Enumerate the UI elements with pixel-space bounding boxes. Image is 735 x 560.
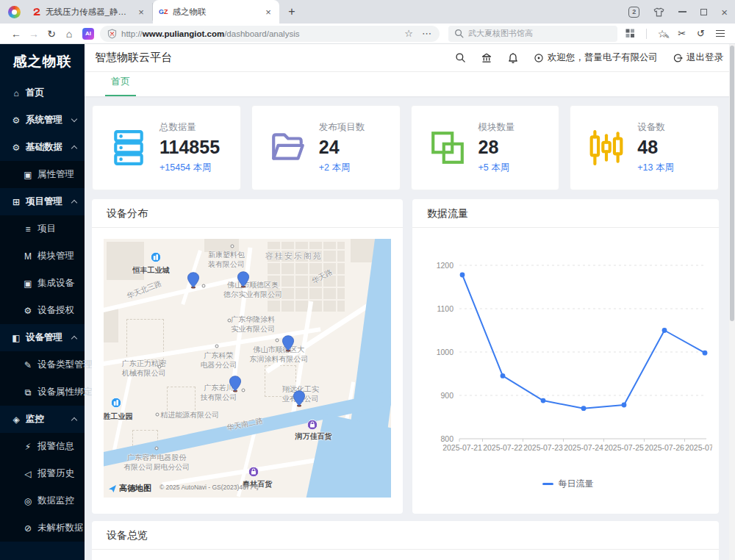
scissors-icon[interactable]: ✂ — [678, 28, 686, 39]
device-map[interactable]: 新康塑料包 装有限公司容桂安乐阁苑恒丰工业城华天北三路佛山市顺德区奥 德尔实业有… — [104, 239, 391, 498]
search-placeholder: 武大夏核图书馆高 — [468, 28, 533, 39]
legend-line-icon — [542, 483, 553, 485]
sidebar-item-label: 基础数据 — [26, 141, 62, 154]
stat-label: 模块数量 — [478, 121, 515, 134]
sidebar-item[interactable]: ✎设备类型管理 — [0, 351, 85, 378]
modules-icon — [429, 129, 466, 166]
sidebar-item[interactable]: ⚡报警信息 — [0, 433, 85, 460]
stat-value: 28 — [478, 137, 515, 158]
company-icon — [534, 53, 544, 63]
logout-icon — [673, 53, 683, 63]
close-button[interactable]: × — [721, 7, 728, 18]
stat-label: 设备数 — [637, 121, 674, 134]
sidebar-item[interactable]: ⊘未解析数据 — [0, 514, 85, 542]
map-pin-icon[interactable] — [282, 335, 295, 355]
map-pin-icon[interactable] — [237, 271, 250, 291]
stat-value: 48 — [637, 137, 674, 158]
map-label: 华天南二路 — [226, 415, 264, 432]
address-bar[interactable]: http://www.puliangiot.com/dashboard/anal… — [100, 26, 440, 42]
browser-logo-icon[interactable] — [8, 6, 21, 18]
sidebar-item-label: 模块管理 — [37, 250, 74, 262]
reload-icon[interactable]: ↻ — [43, 28, 60, 40]
bind-icon: ⧉ — [22, 387, 34, 398]
maximize-button[interactable] — [700, 9, 707, 15]
map-pin-icon[interactable] — [293, 390, 305, 410]
tab-close-icon[interactable]: × — [136, 7, 146, 18]
sidebar-item[interactable]: ◁报警历史 — [0, 460, 85, 487]
tab-home[interactable]: 首页 — [105, 75, 136, 96]
scrollbar-thumb[interactable] — [730, 46, 734, 321]
sidebar-item-label: 项目 — [37, 223, 56, 235]
chart-legend[interactable]: 每日流量 — [417, 478, 719, 490]
browser-window: 无线压力传感器_静力水准仪_ × GZ 感之物联 × + 2 × ← → ↻ ⌂… — [0, 0, 735, 44]
menu-icon[interactable] — [716, 30, 725, 37]
integrated-device-icon: ▣ — [22, 279, 34, 289]
tab-count-badge[interactable]: 2 — [628, 7, 639, 18]
ai-assistant-icon[interactable]: AI — [82, 28, 94, 40]
sidebar-item[interactable]: ≡项目 — [0, 215, 85, 243]
header-search-icon[interactable] — [455, 52, 466, 63]
svg-text:2025-07-26: 2025-07-26 — [645, 443, 684, 452]
chevron-down-icon — [71, 116, 77, 122]
home-icon[interactable]: ⌂ — [60, 28, 78, 40]
logout-button[interactable]: 退出登录 — [673, 51, 723, 64]
sidebar-item[interactable]: ⧉设备属性绑定 — [0, 378, 85, 406]
stat-value: 24 — [319, 137, 365, 158]
url-text[interactable]: http://www.puliangiot.com/dashboard/anal… — [121, 29, 400, 38]
sidebar-item[interactable]: ⚙基础数据 — [0, 134, 85, 161]
back-icon[interactable]: ← — [7, 28, 25, 40]
map-label: 精进能源有限公司 — [160, 410, 219, 420]
tab-close-icon[interactable]: × — [263, 7, 273, 18]
main-content: 智慧物联云平台 欢迎您，普量电子有限公司 退出登录 — [85, 44, 735, 560]
map-poi-dot — [154, 446, 158, 450]
map-label: 新康塑料包 装有限公司 — [208, 250, 245, 269]
sidebar-item[interactable]: ⊞项目管理 — [0, 188, 85, 215]
sidebar-item-label: 监控 — [26, 413, 44, 426]
search-input[interactable]: 武大夏核图书馆高 — [448, 26, 617, 42]
page-scrollbar[interactable] — [729, 44, 735, 560]
minimize-button[interactable] — [678, 11, 686, 12]
map-poi-dot — [215, 345, 219, 348]
sidebar-item-label: 报警历史 — [37, 467, 74, 480]
forward-icon[interactable]: → — [25, 28, 43, 40]
line-chart[interactable]: 8009001000110012002025-07-212025-07-2220… — [417, 245, 712, 466]
bank-icon[interactable] — [481, 52, 492, 64]
sidebar-item[interactable]: ◧设备管理 — [0, 324, 85, 351]
more-options-icon[interactable]: ⋯ — [422, 28, 432, 39]
stat-delta: +2 本周 — [319, 162, 365, 174]
sidebar-item[interactable]: ⚙系统管理 — [0, 107, 85, 134]
browser-tab-2[interactable]: GZ 感之物联 × — [153, 0, 279, 24]
map-label: 广东科荣 电器分公司 — [200, 351, 237, 370]
svg-text:2025-07-22: 2025-07-22 — [483, 443, 523, 452]
theme-shirt-icon[interactable] — [653, 7, 664, 17]
pen-icon: ✎ — [22, 360, 34, 370]
map-label: 容桂安乐阁苑 — [265, 251, 323, 261]
sidebar-item[interactable]: ▣集成设备 — [0, 270, 85, 297]
tab-title: 无线压力传感器_静力水准仪_ — [46, 7, 132, 18]
sidebar-item[interactable]: ⚙设备授权 — [0, 297, 85, 324]
shield-alert-icon[interactable] — [107, 29, 117, 39]
list-icon: ≡ — [22, 224, 34, 234]
sidebar-item[interactable]: ▣属性管理 — [0, 161, 85, 188]
devices-icon — [588, 129, 625, 166]
sidebar-item[interactable]: ⌂首页 — [0, 79, 85, 107]
sidebar-item[interactable]: M模块管理 — [0, 243, 85, 270]
amap-logo[interactable]: 高德地图 — [108, 483, 151, 494]
map-pin-icon[interactable] — [187, 272, 199, 292]
undo-icon[interactable]: ↺ — [697, 28, 705, 39]
svg-text:1000: 1000 — [437, 348, 454, 356]
svg-text:2025-07-24: 2025-07-24 — [564, 443, 603, 452]
map-pin-icon[interactable] — [229, 376, 242, 395]
grid-icon: ⊞ — [10, 197, 22, 207]
favorites-icon[interactable]: ☆✎ — [658, 28, 667, 40]
browser-tab-1[interactable]: 无线压力传感器_静力水准仪_ × — [26, 3, 153, 21]
bookmark-star-icon[interactable]: ☆ — [404, 28, 413, 39]
bell-icon[interactable] — [507, 52, 519, 64]
app-logo[interactable]: 感之物联 — [0, 44, 85, 79]
sidebar-item[interactable]: ◎数据监控 — [0, 487, 85, 514]
new-tab-button[interactable]: + — [282, 3, 301, 21]
sidebar-item-label: 首页 — [26, 87, 44, 99]
sidebar-menu: ⌂首页⚙系统管理⚙基础数据▣属性管理⊞项目管理≡项目M模块管理▣集成设备⚙设备授… — [0, 79, 85, 542]
apps-grid-icon[interactable] — [625, 29, 635, 38]
sidebar-item[interactable]: ◈监控 — [0, 406, 85, 433]
